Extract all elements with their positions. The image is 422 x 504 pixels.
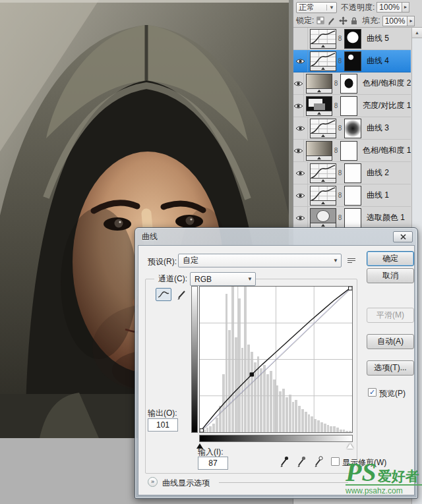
black-eyedropper-icon[interactable]: [280, 455, 289, 467]
adjustment-thumbnail[interactable]: [310, 186, 336, 206]
preset-options-icon[interactable]: [346, 255, 357, 266]
layer-mask-thumbnail[interactable]: [344, 119, 361, 138]
visibility-toggle[interactable]: [293, 184, 308, 206]
visibility-toggle[interactable]: [293, 162, 308, 184]
layer-row[interactable]: 8曲线 3: [293, 117, 411, 140]
channel-value: RGB: [191, 275, 245, 284]
channel-select[interactable]: RGB ▼: [190, 272, 256, 286]
options-button[interactable]: 选项(T)...: [367, 360, 414, 376]
lock-position-icon[interactable]: [339, 16, 347, 25]
channel-row: 通道(C):: [154, 272, 191, 286]
auto-button[interactable]: 自动(A): [367, 334, 414, 349]
curve-graph[interactable]: [200, 287, 352, 432]
watermark-ps: PS: [346, 461, 377, 484]
link-icon: 8: [336, 57, 344, 65]
layer-row[interactable]: 8色相/饱和度 2: [293, 72, 411, 95]
visibility-toggle[interactable]: [293, 50, 308, 72]
adjustment-thumbnail[interactable]: [310, 119, 336, 138]
curve-pencil-tool-button[interactable]: [174, 288, 190, 301]
chevron-down-icon: ▼: [245, 276, 255, 282]
layer-name: 曲线 2: [367, 167, 389, 179]
adjustment-thumbnail[interactable]: [310, 163, 336, 183]
eye-icon: [295, 58, 305, 65]
visibility-toggle[interactable]: [293, 140, 304, 161]
layer-name: 色相/饱和度 2: [363, 78, 411, 89]
adjustment-thumbnail[interactable]: [310, 208, 336, 228]
preset-select[interactable]: 自定 ▼: [178, 254, 342, 267]
white-point-slider[interactable]: [347, 443, 353, 449]
eye-icon: [293, 80, 303, 87]
layer-mask-thumbnail[interactable]: [344, 186, 361, 206]
site-watermark: PS 爱好者 www.psahz.com: [346, 461, 422, 495]
eye-icon: [295, 215, 305, 221]
blend-mode-select[interactable]: 正常 ▼: [296, 2, 337, 13]
layer-row[interactable]: 8选取颜色 1: [293, 207, 411, 229]
layer-mask-thumbnail[interactable]: [344, 163, 361, 183]
layers-list: 8曲线 58曲线 48色相/饱和度 28亮度/对比度 18曲线 38色相/饱和度…: [293, 28, 411, 229]
watermark-url: www.psahz.com: [346, 484, 422, 495]
curve-plot[interactable]: [199, 286, 353, 433]
opacity-field[interactable]: 100% ▸: [377, 2, 409, 13]
scroll-up-arrow-icon[interactable]: ▲: [412, 28, 422, 38]
layer-row[interactable]: 8亮度/对比度 1: [293, 95, 411, 117]
fill-slider-button[interactable]: ▸: [407, 16, 414, 26]
visibility-toggle[interactable]: [293, 207, 308, 229]
adjustment-thumbnail[interactable]: [310, 51, 336, 71]
curve-endpoint[interactable]: [200, 429, 203, 432]
layer-mask-thumbnail[interactable]: [344, 51, 361, 71]
link-icon: 8: [336, 192, 344, 199]
ok-button[interactable]: 确定: [367, 251, 414, 266]
layer-mask-thumbnail[interactable]: [340, 141, 357, 161]
layer-mask-thumbnail[interactable]: [340, 96, 357, 116]
fill-value: 100%: [383, 16, 407, 26]
gray-eyedropper-icon[interactable]: [297, 455, 306, 467]
layer-mask-thumbnail[interactable]: [344, 208, 361, 228]
layer-row[interactable]: 8曲线 2: [293, 162, 411, 184]
input-field[interactable]: 87: [198, 457, 228, 470]
pencil-icon: [177, 289, 187, 300]
layer-mask-thumbnail[interactable]: [340, 74, 357, 94]
layer-row[interactable]: 8曲线 4: [293, 50, 411, 72]
lock-pixels-icon[interactable]: [328, 16, 336, 25]
white-eyedropper-icon[interactable]: [314, 455, 323, 467]
watermark-suffix: 爱好者: [378, 469, 419, 484]
link-icon: 8: [336, 125, 344, 132]
selected-curve-point[interactable]: [250, 373, 253, 376]
photoshop-workspace: 正常 ▼ 不透明度: 100% ▸ 锁定: 填充: 100% ▸ 8曲线 5: [0, 0, 422, 504]
adjustment-thumbnail[interactable]: [306, 74, 332, 94]
cancel-button[interactable]: 取消: [367, 268, 414, 283]
visibility-toggle[interactable]: [293, 95, 304, 117]
preview-checkbox[interactable]: ✓: [368, 388, 377, 397]
adjustment-thumbnail[interactable]: [306, 96, 332, 116]
channel-label: 通道(C):: [158, 274, 187, 283]
layer-name: 曲线 3: [367, 123, 389, 134]
lock-all-icon[interactable]: [350, 16, 358, 25]
eye-icon: [293, 148, 303, 154]
output-field[interactable]: 101: [148, 418, 178, 432]
smooth-button: 平滑(M): [367, 308, 414, 323]
layer-mask-thumbnail[interactable]: [344, 29, 361, 49]
visibility-toggle[interactable]: [293, 117, 308, 139]
curve-options-expander[interactable]: »: [148, 477, 158, 487]
layer-name: 亮度/对比度 1: [363, 100, 411, 111]
dialog-close-button[interactable]: [393, 231, 413, 242]
layer-row[interactable]: 8色相/饱和度 1: [293, 140, 411, 162]
layer-row[interactable]: 8曲线 1: [293, 184, 411, 207]
chevron-down-icon: ▼: [330, 258, 341, 264]
visibility-toggle[interactable]: [293, 72, 304, 94]
link-icon: 8: [332, 102, 340, 109]
adjustment-thumbnail[interactable]: [306, 141, 332, 161]
close-icon: [400, 234, 406, 240]
curve-endpoint[interactable]: [349, 287, 352, 290]
curve-point-tool-button[interactable]: [156, 288, 171, 301]
opacity-slider-button[interactable]: ▸: [402, 3, 409, 12]
fill-field[interactable]: 100% ▸: [382, 16, 415, 26]
adjustment-thumbnail[interactable]: [310, 29, 336, 49]
layer-row[interactable]: 8曲线 5: [293, 28, 411, 50]
layer-name: 曲线 4: [367, 55, 389, 67]
blend-mode-row: 正常 ▼ 不透明度: 100% ▸: [293, 0, 422, 14]
visibility-toggle[interactable]: [293, 28, 308, 49]
output-label: 输出(O):: [148, 408, 177, 419]
lock-transparency-icon[interactable]: [316, 16, 325, 25]
show-clipping-checkbox[interactable]: [331, 457, 340, 466]
